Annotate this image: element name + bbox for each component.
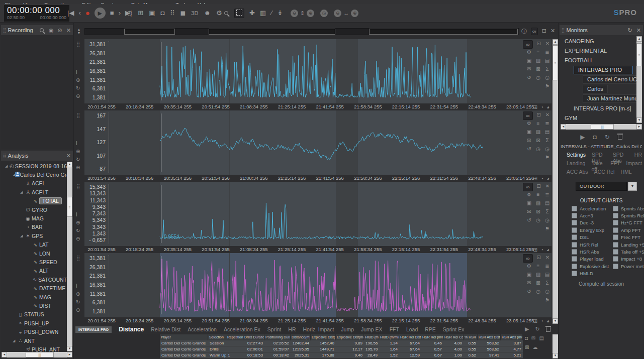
timeline-segment[interactable] bbox=[369, 29, 517, 35]
tree-item-speed[interactable]: ∿SPEED bbox=[1, 258, 67, 266]
zoom-h-in-button[interactable]: ⊕ bbox=[351, 10, 358, 17]
output-chart-option-sprints-rel[interactable]: Sprints Rel bbox=[613, 212, 644, 219]
list-icon[interactable]: ≣ bbox=[544, 191, 550, 198]
bottom-tab-fft[interactable]: FFT bbox=[390, 326, 399, 332]
checkbox[interactable] bbox=[613, 227, 618, 233]
gear-icon[interactable]: ⚙ bbox=[526, 120, 532, 127]
record-button[interactable]: ● bbox=[85, 10, 90, 17]
connect-tool-icon[interactable]: ∕ bbox=[271, 10, 272, 17]
column-header[interactable]: HSR Rel Count bbox=[443, 334, 464, 340]
column-header[interactable]: Selection bbox=[208, 334, 226, 340]
interval-track[interactable] bbox=[84, 28, 519, 35]
environment-dropdown[interactable]: OUTDOOR bbox=[576, 182, 627, 191]
expander-icon[interactable]: ◢ bbox=[13, 339, 17, 343]
new-session-icon[interactable]: ◴ bbox=[127, 10, 132, 17]
play-icon[interactable]: ▶ bbox=[580, 134, 585, 141]
monitors-v-scrollbar[interactable]: ▲ ≡ ▼ bbox=[636, 36, 642, 123]
zoom-in-icon[interactable]: ⊕ bbox=[76, 149, 80, 154]
tree-item-mag[interactable]: ∿MAG bbox=[1, 293, 67, 301]
column-header[interactable]: HIBD (m) bbox=[364, 334, 379, 340]
copy-icon[interactable]: ⊡ bbox=[535, 40, 541, 47]
checkbox[interactable] bbox=[572, 264, 577, 269]
comment-icon[interactable]: ✉ bbox=[526, 66, 532, 72]
drag-handle-icon[interactable]: ⣿ bbox=[76, 184, 79, 189]
tree-item-push-ant[interactable]: ≉PUSH_ANT bbox=[1, 345, 67, 351]
output-chart-option-amp-fft[interactable]: Amp FFT bbox=[613, 226, 644, 233]
save-icon[interactable]: ▣ bbox=[526, 129, 532, 135]
monitor-item-canoeing[interactable]: CANOEING bbox=[561, 36, 636, 46]
people-icon[interactable]: ☻ bbox=[204, 10, 211, 17]
collapse-chevrons[interactable]: ▲▼ bbox=[75, 28, 82, 35]
stop-button[interactable]: ■ bbox=[110, 10, 114, 17]
column-header[interactable]: Explosive Dist(m/min) bbox=[336, 334, 364, 340]
bottom-tab-load[interactable]: Load bbox=[406, 326, 418, 332]
drag-handle-icon[interactable]: ⣿ bbox=[76, 41, 79, 47]
checkbox[interactable] bbox=[572, 213, 577, 218]
checkbox[interactable] bbox=[613, 234, 618, 240]
grid-view-icon[interactable]: ⠿ bbox=[170, 10, 175, 17]
clock-step-icon[interactable]: ◷ bbox=[535, 74, 541, 81]
next-button[interactable]: › bbox=[119, 10, 121, 17]
checkbox[interactable] bbox=[613, 256, 618, 262]
monitor-item-intervals-pro[interactable]: INTERVALS PRO bbox=[561, 65, 636, 75]
rotate-icon[interactable]: ↺ bbox=[526, 74, 532, 81]
copy-icon[interactable]: ⊡ bbox=[535, 111, 541, 118]
flag-icon[interactable]: ⚑ bbox=[544, 225, 550, 232]
tree-item-push-up[interactable]: ◓PUSH_UP bbox=[1, 319, 67, 327]
trash-icon[interactable] bbox=[546, 326, 550, 333]
tree-item-ant[interactable]: ◢∴ANT bbox=[1, 336, 67, 345]
info-icon[interactable]: ⓘ bbox=[521, 28, 527, 35]
play-icon[interactable]: ▶ bbox=[525, 326, 529, 333]
checkbox[interactable] bbox=[572, 242, 577, 248]
timeline-segment[interactable] bbox=[209, 29, 335, 35]
tree-item-alt[interactable]: ∿ALT bbox=[1, 267, 67, 275]
tree-item-dist[interactable]: ∿DIST bbox=[1, 301, 67, 310]
table-row[interactable]: Carlos Del Cerro GrandeWarm Up100:18:530… bbox=[160, 352, 523, 358]
column-header[interactable]: Explosive Dist(m) bbox=[311, 334, 336, 340]
output-chart-option-hsr-abs[interactable]: HSR Abs bbox=[572, 248, 609, 255]
save-icon[interactable]: ▣ bbox=[526, 200, 532, 206]
gear-icon[interactable]: ⚙ bbox=[526, 263, 532, 269]
drag-handle-icon[interactable]: ⣿ bbox=[1, 153, 8, 158]
tree-item-mag[interactable]: ◉MAG bbox=[1, 214, 67, 222]
output-chart-option-energy-exp[interactable]: Energy Exp bbox=[572, 226, 609, 233]
list-icon[interactable]: ≣ bbox=[544, 263, 550, 269]
excel-icon[interactable]: ⊠ bbox=[535, 280, 541, 286]
excel-icon[interactable]: ⊠ bbox=[535, 137, 541, 144]
checkbox[interactable] bbox=[613, 264, 618, 269]
list-num-icon[interactable]: ≡ bbox=[535, 263, 541, 269]
tree-item-gyro[interactable]: ∅GYRO bbox=[1, 205, 67, 214]
drag-handle-icon[interactable]: ⣿ bbox=[76, 112, 79, 118]
refresh-icon[interactable]: ↻ bbox=[76, 157, 80, 162]
ruler-icon[interactable]: I bbox=[76, 283, 77, 289]
bottom-tab-distance[interactable]: Distance bbox=[119, 326, 144, 333]
output-chart-option-power-met[interactable]: Power met bbox=[613, 263, 644, 270]
sigma-icon[interactable]: Σ bbox=[544, 280, 550, 286]
tree-item-acelt[interactable]: ◢⅄ACELT bbox=[1, 188, 67, 196]
output-chart-option-dsl[interactable]: DSL bbox=[572, 234, 609, 241]
checkbox[interactable] bbox=[572, 256, 577, 262]
pin-icon[interactable]: ↡ bbox=[277, 10, 283, 17]
chart-plot-2[interactable]: 16714712710787∞⊡✕⚙≡≣▣▨▤✉⊠Σ↺◷◶⚑⊞◔◕ bbox=[84, 110, 551, 175]
checkbox[interactable] bbox=[572, 206, 577, 211]
column-header[interactable]: HIBD (m/min) bbox=[379, 334, 399, 340]
column-header[interactable]: HSR Abs (m/min) bbox=[501, 334, 523, 340]
column-header[interactable]: Distance(m) bbox=[291, 334, 311, 340]
output-chart-option-acceleration[interactable]: Acceleration bbox=[572, 205, 609, 212]
clock-hist-icon[interactable]: ◶ bbox=[544, 146, 550, 152]
cloud-download-icon[interactable]: ☁ bbox=[532, 344, 537, 350]
table-row[interactable]: Carlos Del Cerro GrandeSession02:27:4302… bbox=[160, 340, 523, 346]
clock-hist-icon[interactable]: ◶ bbox=[544, 288, 550, 295]
settings-tab-acc-rel[interactable]: ACC Rel bbox=[594, 169, 615, 175]
bottom-group-tab[interactable]: INTERVALS PRO bbox=[75, 326, 112, 333]
close-icon[interactable]: ✕ bbox=[550, 28, 555, 35]
link-icon[interactable]: ∞ bbox=[523, 254, 533, 263]
ruler-icon[interactable]: I bbox=[76, 141, 77, 146]
play-button[interactable]: ▶ bbox=[95, 8, 106, 19]
zoom-out-icon[interactable]: ⊖ bbox=[76, 165, 80, 170]
link-icon[interactable]: ∞ bbox=[523, 111, 533, 120]
column-header[interactable]: % HSR Rel bbox=[464, 334, 478, 340]
print-icon[interactable]: ▤ bbox=[544, 200, 550, 206]
bottom-tab-jump[interactable]: Jump bbox=[341, 326, 354, 332]
expander-icon[interactable]: ◢ bbox=[20, 234, 24, 238]
